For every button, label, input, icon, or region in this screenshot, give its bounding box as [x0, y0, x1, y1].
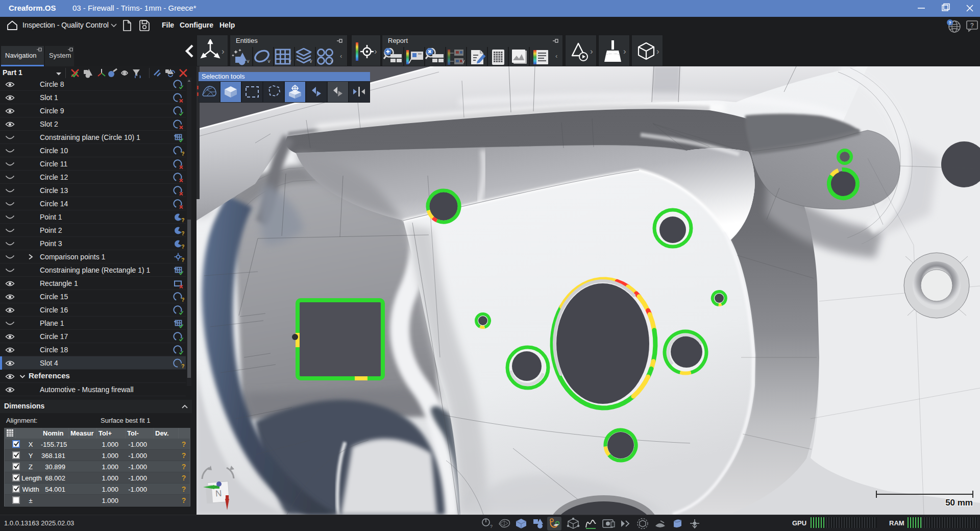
svg-text:?: ?	[181, 257, 184, 262]
svg-text:50 mm: 50 mm	[945, 498, 973, 508]
svg-text:?: ?	[970, 22, 974, 29]
svg-text:?: ?	[181, 217, 184, 223]
svg-text:?: ?	[181, 244, 184, 249]
svg-text:?: ?	[181, 297, 184, 302]
svg-text:N: N	[215, 489, 222, 499]
svg-text:?: ?	[181, 230, 184, 236]
svg-text:?: ?	[181, 151, 184, 156]
svg-text:?: ?	[948, 20, 951, 26]
svg-text:?: ?	[490, 524, 493, 529]
svg-text:?: ?	[181, 363, 184, 369]
